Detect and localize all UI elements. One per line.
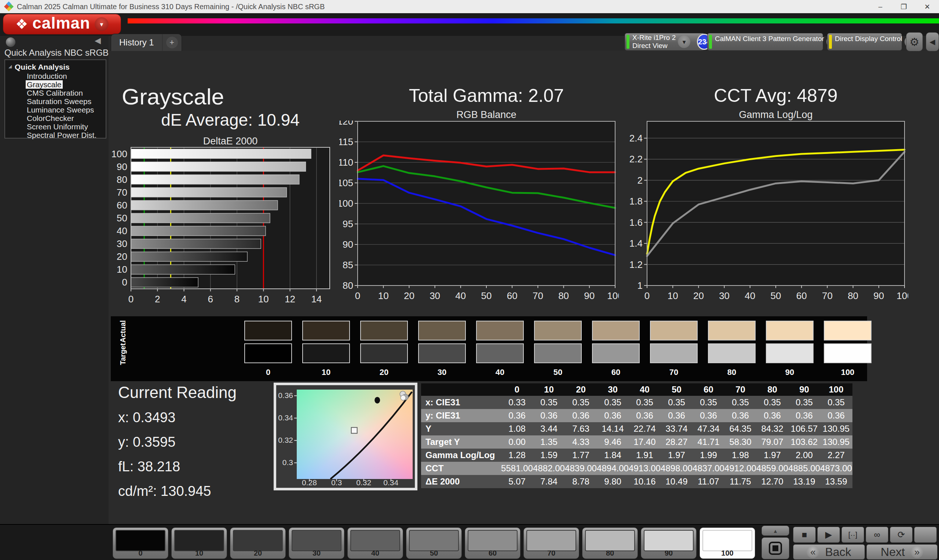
tree-expand-icon[interactable]: ◢ — [8, 64, 12, 69]
actual-swatch-100 — [824, 321, 871, 340]
chevron-down-icon[interactable]: ▼ — [678, 35, 690, 48]
pattern-button-80[interactable]: 80 — [582, 528, 638, 559]
svg-text:0: 0 — [645, 290, 649, 301]
tree-item-saturation-sweeps[interactable]: Saturation Sweeps — [5, 97, 106, 106]
tree-item-colorchecker[interactable]: ColorChecker — [5, 114, 106, 122]
row-label: Y — [421, 424, 501, 434]
actual-swatch-40 — [476, 321, 524, 340]
swatch-level-label: 100 — [824, 368, 871, 377]
svg-text:1.6: 1.6 — [629, 217, 643, 228]
close-icon[interactable]: ✕ — [916, 0, 939, 13]
brand-row — [0, 13, 939, 36]
continuous-button[interactable]: ∞ — [866, 527, 888, 543]
loop-button[interactable]: ⟳ — [890, 527, 913, 543]
next-label: Next — [881, 545, 905, 559]
collapse-toolbar-button[interactable]: ◀ — [926, 32, 939, 51]
table-cell: 0.35 — [725, 397, 756, 408]
table-header-row: 0102030405060708090100 — [421, 383, 853, 396]
table-col-header: 0 — [501, 385, 533, 395]
pattern-button-60[interactable]: 60 — [465, 528, 521, 559]
gamma-chart-title: Gamma Log/Log — [647, 109, 905, 121]
tree-item-label: Introduction — [26, 72, 68, 80]
chevrons-left-icon: « — [806, 546, 819, 558]
tree-item-luminance-sweeps[interactable]: Luminance Sweeps — [5, 106, 106, 114]
svg-text:10: 10 — [668, 290, 678, 301]
pattern-button-100[interactable]: 100 — [700, 528, 755, 559]
table-cell: 4839.00 — [565, 463, 597, 474]
display-control-status-stripe — [829, 35, 832, 49]
calman-logo-menu[interactable]: ❖ calman ▼ — [3, 14, 121, 34]
play-button[interactable]: ▶ — [817, 527, 840, 543]
svg-text:0: 0 — [122, 277, 127, 288]
sidebar-collapse-icon[interactable]: ◀ — [95, 36, 101, 45]
table-cell: 22.74 — [629, 424, 661, 434]
back-button[interactable]: « Back — [793, 544, 865, 560]
actual-row-label: Actual — [119, 321, 127, 342]
table-cell: 0.35 — [692, 397, 725, 408]
chevron-left-icon: ◀ — [930, 37, 935, 46]
pattern-level-label: 60 — [465, 549, 520, 557]
table-cell: 1.99 — [692, 450, 725, 460]
pattern-preview — [409, 530, 459, 551]
table-cell: 4873.00 — [820, 463, 852, 474]
table-row-y: Y1.083.447.6314.1422.7433.7447.3464.3584… — [421, 422, 853, 435]
tree-item-cms-calibration[interactable]: CMS Calibration — [5, 89, 106, 97]
meter-mode: Direct View — [632, 42, 675, 50]
pattern-button-20[interactable]: 20 — [230, 528, 286, 559]
step-button[interactable]: [··] — [842, 527, 864, 543]
pattern-button-40[interactable]: 40 — [347, 528, 403, 559]
cie-xtick: 0.28 — [298, 478, 320, 487]
add-tab-button[interactable]: + — [162, 37, 182, 48]
tree-item-spectral-power-dist-[interactable]: Spectral Power Dist. — [5, 131, 106, 139]
tab-history-1[interactable]: History 1 — [111, 34, 162, 51]
cie-ytick: 0.32 — [276, 436, 293, 445]
swatch-level-label: 20 — [360, 368, 408, 377]
table-cell: 7.84 — [533, 477, 565, 487]
table-cell: 12.70 — [756, 477, 788, 487]
restore-icon[interactable]: ❐ — [892, 0, 916, 13]
table-cell: 13.19 — [788, 477, 820, 487]
svg-text:60: 60 — [796, 290, 807, 301]
table-cell: 2.27 — [820, 450, 852, 460]
pattern-button-50[interactable]: 50 — [406, 528, 462, 559]
workflow-tree: ◢ Quick Analysis IntroductionGrayscaleCM… — [5, 59, 106, 138]
pattern-panel-up-button[interactable]: ▲ — [762, 526, 789, 536]
pattern-button-10[interactable]: 10 — [171, 528, 227, 559]
settings-button[interactable]: ⚙ — [906, 32, 923, 51]
tree-item-introduction[interactable]: Introduction — [5, 72, 106, 80]
tree-root-quick-analysis[interactable]: ◢ Quick Analysis — [5, 63, 106, 72]
gamma-plot: 2.42.221.81.61.41.2101020304050607080901… — [629, 121, 908, 305]
svg-text:100: 100 — [607, 290, 619, 301]
target-swatch-20 — [360, 343, 408, 363]
minimize-icon[interactable]: – — [868, 0, 892, 13]
display-control-dropdown[interactable]: Direct Display Control ▼ — [827, 33, 902, 51]
pattern-generator-dropdown[interactable]: CalMAN Client 3 Pattern Generator ▼ — [707, 33, 823, 51]
pattern-button-90[interactable]: 90 — [641, 528, 697, 559]
row-label: Gamma Log/Log — [421, 450, 501, 460]
svg-text:2: 2 — [155, 294, 160, 305]
table-cell: 4859.00 — [756, 463, 788, 474]
pattern-level-label: 20 — [230, 549, 285, 557]
svg-text:8: 8 — [234, 294, 239, 305]
table-cell: 0.36 — [820, 411, 852, 421]
tree-item-label: Grayscale — [26, 80, 63, 89]
table-cell: 130.95 — [820, 424, 852, 434]
pattern-level-label: 50 — [406, 549, 461, 557]
tree-item-grayscale[interactable]: Grayscale — [5, 80, 106, 89]
pattern-window-button[interactable] — [762, 537, 789, 559]
table-row-cct: CCT5581.004882.004839.004894.004913.0048… — [421, 462, 853, 475]
pattern-button-30[interactable]: 30 — [289, 528, 344, 559]
meter-dropdown[interactable]: X-Rite i1Pro 2 Direct View ▼ 234 — [624, 33, 705, 51]
pattern-button-70[interactable]: 70 — [523, 528, 579, 559]
tree-item-screen-uniformity[interactable]: Screen Uniformity — [5, 122, 106, 131]
svg-text:14: 14 — [311, 294, 322, 305]
extra-button[interactable] — [914, 527, 937, 543]
next-button[interactable]: Next » — [867, 544, 937, 560]
tree-item-label: Screen Uniformity — [26, 122, 89, 131]
pattern-button-0[interactable]: 0 — [113, 528, 168, 559]
sidebar-orb-button[interactable] — [6, 37, 15, 47]
table-cell: 41.71 — [692, 437, 725, 447]
table-cell: 13.59 — [820, 477, 852, 487]
table-cell: 1.59 — [533, 450, 565, 460]
stop-button[interactable]: ■ — [793, 527, 816, 543]
